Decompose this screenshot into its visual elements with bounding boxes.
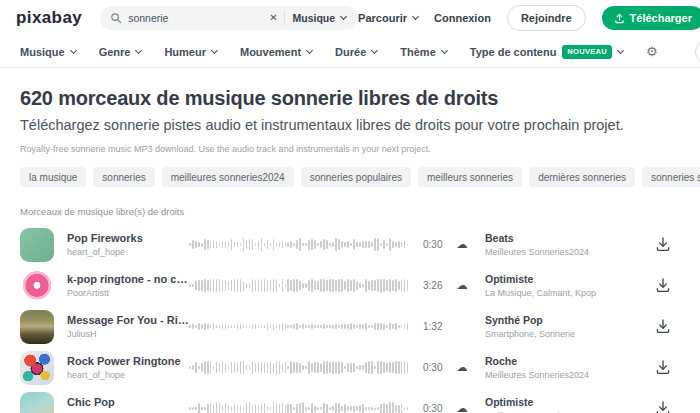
- filter-humeur[interactable]: Humeur: [164, 46, 217, 58]
- chevron-down-icon: [211, 46, 218, 53]
- main-content: 620 morceaux de musique sonnerie libres …: [0, 87, 700, 413]
- search-input[interactable]: [128, 12, 263, 24]
- chevron-down-icon: [441, 46, 448, 53]
- track-artist[interactable]: JuliusH: [67, 329, 189, 339]
- download-icon[interactable]: [654, 358, 674, 378]
- track-artist[interactable]: heart_of_hope: [67, 247, 189, 257]
- track-title[interactable]: Pop Fireworks: [67, 232, 189, 244]
- filter-mouvement[interactable]: Mouvement: [240, 46, 312, 58]
- cloud-icon: ☁: [453, 239, 471, 250]
- track-duration: 0:30: [423, 403, 453, 413]
- cloud-icon: ☁: [453, 403, 471, 413]
- upload-icon: [614, 13, 625, 24]
- track-genre[interactable]: Beats: [485, 232, 654, 244]
- tag-pill[interactable]: meilleures sonneries2024: [162, 167, 294, 187]
- chevron-down-icon: [306, 46, 313, 53]
- page-title: 620 morceaux de musique sonnerie libres …: [20, 87, 680, 110]
- filter-genre[interactable]: Genre: [99, 46, 142, 58]
- new-badge: NOUVEAU: [562, 45, 612, 59]
- chevron-down-icon: [340, 13, 347, 20]
- track-genre[interactable]: Optimiste: [485, 273, 654, 285]
- chevron-down-icon: [135, 46, 142, 53]
- chevron-down-icon: [371, 46, 378, 53]
- track-row: k-pop ringtone - no copyright PoorArtist…: [20, 265, 680, 306]
- tag-pill[interactable]: meilleurs sonneries: [418, 167, 522, 187]
- track-artist[interactable]: PoorArtistt: [67, 288, 189, 298]
- track-duration: 0:30: [423, 362, 453, 373]
- download-icon[interactable]: [654, 317, 674, 337]
- track-duration: 1:32: [423, 321, 453, 332]
- waveform[interactable]: [189, 359, 411, 377]
- track-title[interactable]: k-pop ringtone - no copyright: [67, 273, 189, 285]
- related-tags: la musique sonneries meilleures sonnerie…: [20, 167, 680, 187]
- filter-theme[interactable]: Thème: [400, 46, 446, 58]
- track-tags[interactable]: La Musique, Calmant, Kpop: [485, 288, 654, 298]
- download-icon[interactable]: [654, 276, 674, 296]
- top-header: pixabay ✕ Musique Parcourir Connexion Re…: [0, 0, 700, 36]
- header-nav: Parcourir Connexion Rejoindre Télécharge…: [358, 5, 700, 31]
- chevron-down-icon: [412, 13, 419, 20]
- upload-label: Télécharger: [630, 12, 692, 24]
- page-subtitle: Téléchargez sonnerie pistes audio et ins…: [20, 117, 680, 133]
- track-row: Rock Power Ringtone heart_of_hope 0:30 ☁…: [20, 347, 680, 388]
- tag-pill[interactable]: sonneries: [93, 167, 154, 187]
- track-artist[interactable]: heart_of_hope: [67, 370, 189, 380]
- track-genre[interactable]: Synthé Pop: [485, 314, 654, 326]
- gear-icon[interactable]: ⚙: [646, 44, 658, 59]
- search-category-label: Musique: [293, 12, 336, 24]
- track-tags[interactable]: Meilleures Sonneries2024: [485, 247, 654, 257]
- filter-content-type[interactable]: Type de contenu NOUVEAU: [470, 45, 623, 59]
- filter-musique[interactable]: Musique: [20, 46, 76, 58]
- tag-pill[interactable]: dernières sonneries: [529, 167, 635, 187]
- waveform[interactable]: [189, 400, 411, 413]
- chevron-down-icon: [70, 46, 77, 53]
- seo-note: Royalty-free sonnerie music MP3 download…: [20, 144, 680, 154]
- clear-search-icon[interactable]: ✕: [269, 13, 277, 23]
- track-tags[interactable]: Meilleures Sonneries2024: [485, 370, 654, 380]
- track-thumbnail[interactable]: [20, 351, 54, 385]
- track-genre[interactable]: Roche: [485, 355, 654, 367]
- waveform[interactable]: [189, 236, 411, 254]
- tag-pill[interactable]: sonneries populaires: [301, 167, 411, 187]
- track-thumbnail[interactable]: [20, 392, 54, 413]
- browse-menu[interactable]: Parcourir: [358, 12, 418, 24]
- track-thumbnail[interactable]: [20, 269, 54, 303]
- cloud-icon: ☁: [453, 362, 471, 373]
- track-row: Chic Pop samayraa 0:30 ☁ Optimiste Meill…: [20, 388, 680, 413]
- pixabay-logo[interactable]: pixabay: [16, 8, 82, 28]
- chevron-down-icon: [617, 46, 624, 53]
- waveform[interactable]: [189, 318, 411, 336]
- track-row: Pop Fireworks heart_of_hope 0:30 ☁ Beats…: [20, 224, 680, 265]
- tag-pill[interactable]: la musique: [20, 167, 86, 187]
- download-icon[interactable]: [654, 399, 674, 413]
- browse-label: Parcourir: [358, 12, 407, 24]
- waveform[interactable]: [189, 277, 411, 295]
- track-title[interactable]: Message For You - Ringtone Music fo...: [67, 314, 189, 326]
- track-tags[interactable]: Smartphone, Sonnerie: [485, 329, 654, 339]
- search-icon: [110, 12, 122, 24]
- cloud-icon: ☁: [453, 280, 471, 291]
- download-icon[interactable]: [654, 235, 674, 255]
- upload-button[interactable]: Télécharger: [602, 6, 700, 30]
- track-thumbnail[interactable]: [20, 310, 54, 344]
- track-title[interactable]: Rock Power Ringtone: [67, 355, 189, 367]
- tag-pill[interactable]: sonneries sympas: [642, 167, 700, 187]
- track-genre[interactable]: Optimiste: [485, 396, 654, 408]
- sort-dropdown[interactable]: Le plus pertinent: [695, 40, 700, 64]
- track-list: Pop Fireworks heart_of_hope 0:30 ☁ Beats…: [20, 224, 680, 413]
- search-category-dropdown[interactable]: Musique: [291, 12, 349, 24]
- search-bar[interactable]: ✕ Musique: [100, 6, 358, 30]
- login-link[interactable]: Connexion: [434, 12, 491, 24]
- track-thumbnail[interactable]: [20, 228, 54, 262]
- join-button[interactable]: Rejoindre: [507, 5, 586, 31]
- track-row: Message For You - Ringtone Music fo... J…: [20, 306, 680, 347]
- search-divider: [284, 11, 285, 25]
- track-title[interactable]: Chic Pop: [67, 396, 189, 408]
- filter-duree[interactable]: Durée: [335, 46, 377, 58]
- login-label: Connexion: [434, 12, 491, 24]
- filter-bar: Musique Genre Humeur Mouvement Durée Thè…: [0, 36, 700, 68]
- section-label: Morceaux de musique libre(s) de droits: [20, 206, 680, 217]
- track-duration: 3:26: [423, 280, 453, 291]
- track-duration: 0:30: [423, 239, 453, 250]
